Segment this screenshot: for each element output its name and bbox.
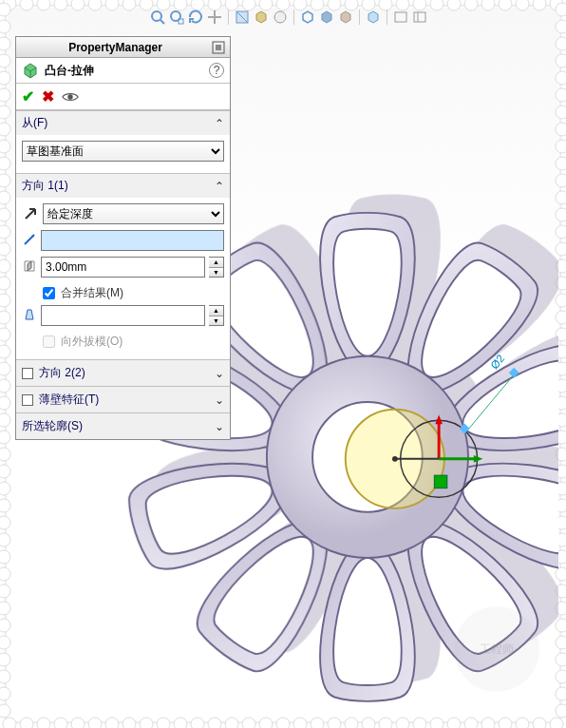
direction-vector-icon[interactable] xyxy=(22,232,37,250)
svg-line-1 xyxy=(160,20,164,24)
merge-result-checkbox[interactable]: 合并结果(M) xyxy=(22,283,224,305)
section-direction1-header[interactable]: 方向 1(1) ⌃ xyxy=(16,174,230,198)
display-pane-icon[interactable] xyxy=(412,10,427,25)
view-settings-icon[interactable] xyxy=(338,10,353,25)
collapse-icon: ⌃ xyxy=(215,180,224,193)
depth-icon xyxy=(22,259,37,277)
section-contours-header[interactable]: 所选轮廓(S) ⌄ xyxy=(16,412,230,439)
ok-button[interactable]: ✔ xyxy=(22,87,34,105)
action-row: ✔ ✖ xyxy=(16,84,230,110)
checkbox-icon[interactable] xyxy=(22,394,33,406)
svg-point-28 xyxy=(67,94,72,99)
feature-header: 凸台-拉伸 ? xyxy=(16,58,230,84)
svg-point-6 xyxy=(274,11,286,23)
feature-name: 凸台-拉伸 xyxy=(45,63,203,79)
watermark: 工程师 xyxy=(454,606,539,692)
reverse-direction-icon[interactable] xyxy=(22,205,39,222)
svg-rect-7 xyxy=(395,12,406,22)
expand-icon: ⌄ xyxy=(215,367,224,380)
cancel-button[interactable]: ✖ xyxy=(42,87,54,105)
end-condition-select[interactable]: 给定深度 xyxy=(43,203,224,224)
svg-rect-27 xyxy=(216,45,221,50)
view-toolbar xyxy=(150,8,549,27)
property-manager-panel: PropertyManager 凸台-拉伸 ? ✔ ✖ 从(F) ⌃ 草图基准面 xyxy=(15,36,231,440)
render-icon[interactable] xyxy=(393,10,408,25)
depth-input[interactable] xyxy=(41,257,205,278)
svg-point-0 xyxy=(152,11,161,21)
expand-icon: ⌄ xyxy=(215,393,224,407)
panel-header: PropertyManager xyxy=(16,37,230,58)
draft-angle-input[interactable] xyxy=(41,305,205,326)
section-direction2-header[interactable]: 方向 2(2) ⌄ xyxy=(16,359,230,386)
zoom-fit-icon[interactable] xyxy=(150,10,165,25)
extrude-feature-icon xyxy=(22,62,39,79)
draft-icon[interactable] xyxy=(22,307,37,325)
depth-spinner[interactable]: ▲▼ xyxy=(209,257,224,278)
preview-icon[interactable] xyxy=(62,91,79,103)
view-orientation-icon[interactable] xyxy=(366,10,381,25)
display-style-icon[interactable] xyxy=(254,10,269,25)
hide-show-icon[interactable] xyxy=(300,10,315,25)
zoom-area-icon[interactable] xyxy=(169,10,184,25)
draft-spinner[interactable]: ▲▼ xyxy=(209,305,224,326)
appearance-icon[interactable] xyxy=(319,10,334,25)
rotate-icon[interactable] xyxy=(188,10,203,25)
section-thin-header[interactable]: 薄壁特征(T) ⌄ xyxy=(16,386,230,412)
from-select[interactable]: 草图基准面 xyxy=(22,141,224,162)
direction-reference-input[interactable] xyxy=(41,230,224,251)
section-from-header[interactable]: 从(F) ⌃ xyxy=(16,111,230,135)
help-icon[interactable]: ? xyxy=(209,63,224,78)
expand-icon: ⌄ xyxy=(215,420,224,433)
pan-icon[interactable] xyxy=(207,10,222,25)
checkbox-icon[interactable] xyxy=(22,368,33,379)
scene-icon[interactable] xyxy=(273,10,288,25)
draft-outward-checkbox: 向外拔模(O) xyxy=(22,332,224,354)
panel-title: PropertyManager xyxy=(20,41,211,54)
collapse-icon: ⌃ xyxy=(215,117,224,130)
svg-rect-8 xyxy=(414,12,425,22)
svg-rect-19 xyxy=(434,475,447,488)
section-view-icon[interactable] xyxy=(235,10,250,25)
pin-icon[interactable] xyxy=(211,40,226,55)
